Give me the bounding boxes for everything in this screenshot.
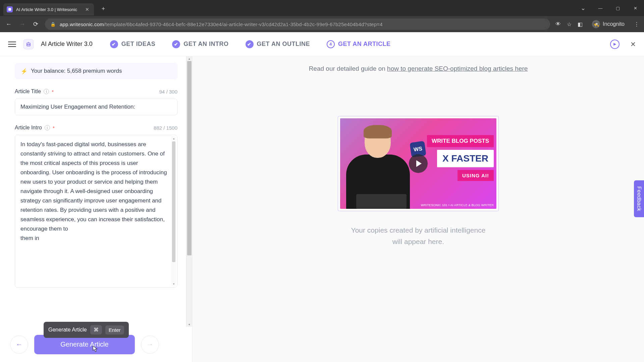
svg-point-2	[28, 44, 28, 45]
eye-off-icon[interactable]: 👁	[555, 21, 561, 27]
step-get-outline[interactable]: ✔GET AN OUTLINE	[246, 40, 310, 48]
kebab-menu-icon[interactable]: ⋮	[634, 21, 639, 27]
video-text-badges: WRITE BLOG POSTS X FASTER USING AI!	[427, 135, 494, 181]
article-title-label-row: Article Title i * 94 / 300	[15, 88, 177, 95]
sidebar-footer: Generate Article ⌘ Enter ← Generate Arti…	[0, 327, 192, 362]
step-number: 4	[327, 40, 335, 48]
article-intro-label: Article Intro	[15, 125, 42, 131]
play-tutorial-icon[interactable]: ▶	[610, 40, 620, 49]
main-layout: ⚡Your balance: 5,658 premium words Artic…	[0, 56, 644, 362]
balance-text: Your balance: 5,658 premium words	[31, 68, 122, 74]
url-field[interactable]: 🔒 app.writesonic.com/template/6bc4afed-9…	[45, 18, 550, 30]
forward-icon: →	[18, 21, 26, 28]
scroll-up-icon[interactable]: ▴	[171, 136, 176, 141]
scroll-up-icon[interactable]: ▴	[186, 56, 192, 61]
sidebar-scrollbar[interactable]: ▴ ▾	[186, 56, 192, 327]
browser-tab[interactable]: AI Article Writer 3.0 | Writesonic ✕	[3, 3, 94, 15]
reload-icon[interactable]: ⟳	[32, 20, 40, 28]
close-window-icon[interactable]: ✕	[627, 4, 644, 12]
new-tab-button[interactable]: +	[99, 4, 108, 13]
step-progress: ✔GET IDEAS ✔GET AN INTRO ✔GET AN OUTLINE…	[110, 40, 603, 48]
article-intro-wrap: ▴ ▾	[15, 135, 177, 288]
tutorial-video-thumbnail[interactable]: WS WRITE BLOG POSTS X FASTER USING AI! W…	[338, 116, 499, 211]
article-title-counter: 94 / 300	[159, 89, 177, 95]
textarea-scrollbar[interactable]: ▴ ▾	[171, 136, 176, 286]
close-icon[interactable]: ✕	[630, 40, 636, 48]
scrollbar-thumb[interactable]	[172, 141, 175, 262]
step-get-article[interactable]: 4GET AN ARTICLE	[327, 40, 391, 48]
video-badge-1: WRITE BLOG POSTS	[427, 135, 494, 147]
back-icon[interactable]: ←	[5, 21, 13, 28]
content-area: Read our detailed guide on how to genera…	[193, 56, 644, 362]
tooltip-text: Generate Article	[48, 327, 87, 333]
info-icon[interactable]: i	[44, 89, 49, 94]
check-icon: ✔	[172, 40, 180, 48]
article-intro-counter: 882 / 1500	[154, 125, 177, 131]
tab-favicon	[7, 6, 13, 12]
svg-point-3	[29, 44, 30, 45]
play-icon[interactable]	[409, 154, 428, 173]
required-indicator: *	[52, 89, 54, 95]
browser-tab-strip: AI Article Writer 3.0 | Writesonic ✕ + ⌄…	[0, 0, 644, 16]
tab-title: AI Article Writer 3.0 | Writesonic	[16, 7, 77, 12]
article-intro-textarea[interactable]	[15, 135, 177, 286]
prev-step-button[interactable]: ←	[10, 336, 28, 354]
bolt-icon: ⚡	[21, 68, 28, 74]
minimize-icon[interactable]: —	[592, 4, 609, 12]
svg-rect-0	[8, 8, 11, 11]
bookmark-star-icon[interactable]: ☆	[567, 21, 572, 27]
url-text: app.writesonic.com/template/6bc4afed-937…	[60, 21, 383, 27]
article-intro-label-row: Article Intro i * 882 / 1500	[15, 125, 177, 131]
app-title: AI Article Writer 3.0	[41, 41, 93, 48]
article-title-label: Article Title	[15, 88, 41, 95]
app-header: AI Article Writer 3.0 ✔GET IDEAS ✔GET AN…	[0, 32, 644, 56]
check-icon: ✔	[110, 40, 118, 48]
next-step-button: →	[141, 336, 159, 354]
side-panel-icon[interactable]: ◧	[578, 21, 583, 27]
tab-search-icon[interactable]: ⌄	[574, 4, 592, 12]
enter-key-icon: Enter	[105, 325, 124, 335]
balance-pill: ⚡Your balance: 5,658 premium words	[15, 63, 177, 79]
person-illustration	[346, 125, 410, 209]
generate-button-label: Generate Article	[60, 341, 108, 348]
guide-text: Read our detailed guide on how to genera…	[206, 65, 631, 72]
incognito-badge[interactable]: 🕵Incognito	[589, 19, 628, 29]
video-badge-3: USING AI!	[458, 170, 494, 181]
hamburger-menu-icon[interactable]	[8, 42, 16, 47]
empty-state-text: Your copies created by artificial intell…	[206, 225, 631, 247]
lock-icon: 🔒	[50, 22, 56, 27]
step-get-intro[interactable]: ✔GET AN INTRO	[172, 40, 228, 48]
maximize-icon[interactable]: ▢	[609, 4, 627, 12]
window-controls: ⌄ — ▢ ✕	[574, 4, 644, 12]
incognito-icon: 🕵	[592, 20, 600, 28]
check-icon: ✔	[246, 40, 254, 48]
sidebar-form: ⚡Your balance: 5,658 premium words Artic…	[0, 56, 193, 362]
close-icon[interactable]: ✕	[85, 7, 89, 12]
article-title-input[interactable]	[15, 99, 177, 115]
required-indicator: *	[53, 125, 55, 131]
feedback-tab[interactable]: Feedback	[634, 180, 644, 217]
step-get-ideas[interactable]: ✔GET IDEAS	[110, 40, 156, 48]
video-badge-2: X FASTER	[437, 150, 494, 167]
scroll-down-icon[interactable]: ▾	[171, 282, 176, 286]
browser-address-bar: ← → ⟳ 🔒 app.writesonic.com/template/6bc4…	[0, 16, 644, 32]
info-icon[interactable]: i	[45, 125, 50, 130]
scrollbar-thumb[interactable]	[187, 61, 192, 255]
video-footer-text: WRITESONIC 101 • AI ARTICLE & BLOG WRITE…	[421, 203, 494, 207]
generate-tooltip: Generate Article ⌘ Enter	[44, 322, 129, 338]
app-logo	[23, 39, 34, 49]
cmd-key-icon: ⌘	[90, 325, 102, 335]
scroll-down-icon[interactable]: ▾	[186, 322, 192, 327]
guide-link[interactable]: how to generate SEO-optimized blog artic…	[387, 65, 528, 72]
